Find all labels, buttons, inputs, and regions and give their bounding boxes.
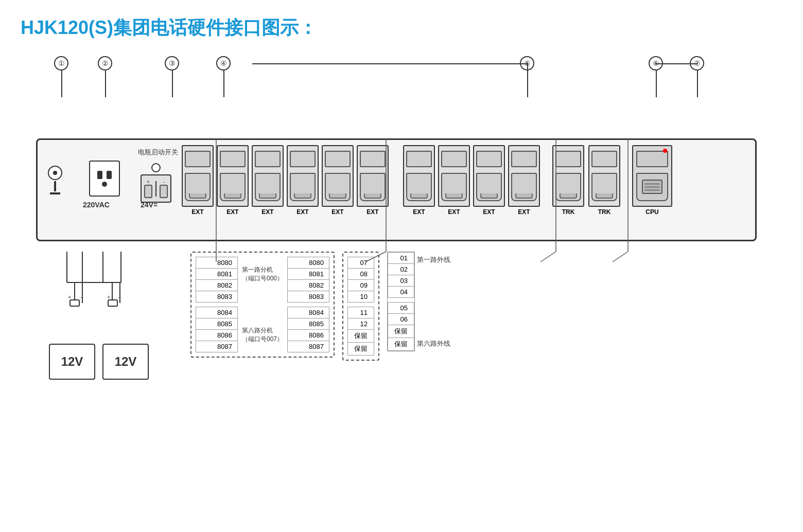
- trk-port-1: TRK: [552, 145, 584, 216]
- cpu-mapping-table: 01 02 03 04 05 06 保留 保留: [387, 252, 415, 351]
- ext-port-8: EXT: [438, 145, 470, 216]
- ext-mapping-box: 8080 8081 8082 8083 8084 8085 8086 8087: [190, 252, 335, 358]
- cpu-label-first-line: 第一路外线: [417, 255, 450, 264]
- callout-2: ②: [98, 56, 112, 70]
- svg-text:-: -: [118, 294, 120, 300]
- battery-switch-label: 电瓶启动开关: [138, 148, 178, 157]
- ext-port-4: EXT: [287, 145, 319, 216]
- ext-group1-label2: （端口号000）: [242, 274, 283, 283]
- ext-port-7: EXT: [403, 145, 435, 216]
- ext-group1-label1: 第一路分机: [242, 265, 283, 274]
- svg-text:+: +: [68, 294, 71, 300]
- battery-section: + - + - 12V 12V: [36, 252, 180, 380]
- trk-port-2: TRK: [588, 145, 620, 216]
- ext-port-6: EXT: [357, 145, 389, 216]
- ext-port-10: EXT: [508, 145, 540, 216]
- cpu-label-sixth-line: 第六路外线: [417, 339, 450, 348]
- voltage-dc-label: 24V=: [141, 201, 158, 209]
- battery-1: 12V: [49, 344, 95, 380]
- ext-group1-label4: （端口号007）: [242, 335, 283, 344]
- callout-3: ③: [165, 56, 179, 70]
- ground-screw: [48, 166, 62, 194]
- svg-rect-10: [108, 300, 117, 306]
- port-mapping-area: 8080 8081 8082 8083 8084 8085 8086 8087: [190, 252, 777, 369]
- battery-wiring: + - + -: [36, 252, 175, 344]
- callout-1: ①: [54, 56, 68, 70]
- cpu-port: CPU: [632, 145, 672, 216]
- power-socket: [89, 161, 120, 197]
- diagram-container: ① ② ③ ④ ⑤ ⑥ ⑦: [26, 56, 777, 380]
- hardware-box: 电瓶启动开关 + - 220VAC 24V=: [36, 138, 757, 241]
- trk-mapping-box: 07 08 09 10 11 12 保留 保留: [342, 252, 379, 361]
- svg-text:-: -: [80, 294, 82, 300]
- ext-port-5: EXT: [322, 145, 354, 216]
- voltage-ac-label: 220VAC: [83, 201, 110, 209]
- svg-text:+: +: [107, 294, 110, 300]
- page-title: HJK120(S)集团电话硬件接口图示：: [21, 15, 782, 41]
- ext-port-2: EXT: [217, 145, 249, 216]
- battery-2: 12V: [102, 344, 149, 380]
- cpu-mapping-area: 01 02 03 04 05 06 保留 保留 第一路外线: [387, 252, 450, 369]
- ext-port-9: EXT: [473, 145, 505, 216]
- ext-port-3: EXT: [252, 145, 284, 216]
- ext-port-1: EXT: [182, 145, 214, 216]
- ext-group1-label3: 第八路分机: [242, 326, 283, 335]
- battery-switch: + -: [141, 163, 171, 203]
- svg-rect-9: [70, 300, 79, 306]
- callout-4: ④: [216, 56, 231, 70]
